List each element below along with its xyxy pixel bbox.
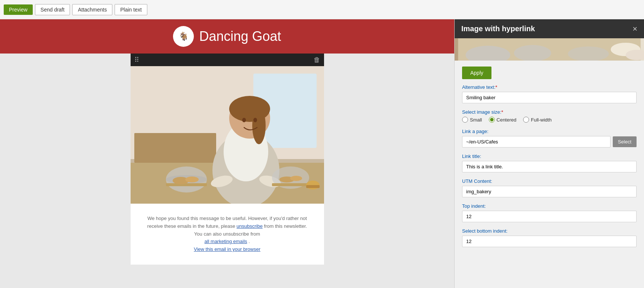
top-indent-input[interactable]	[462, 211, 637, 222]
alt-text-label: Alternative text:*	[462, 84, 637, 90]
utm-content-group: UTM Content:	[462, 178, 637, 197]
goat-icon: 🐐	[177, 30, 190, 43]
svg-point-13	[253, 118, 257, 122]
svg-point-24	[290, 176, 302, 181]
email-image	[131, 66, 324, 204]
radio-small-input[interactable]	[462, 117, 468, 123]
plain-text-button[interactable]: Plain text	[115, 4, 147, 15]
main-toolbar: Preview Send draft Attachments Plain tex…	[0, 0, 644, 19]
image-size-group: Select image size:* Small Centered	[462, 109, 637, 123]
panel-title: Image with hyperlink	[461, 25, 535, 33]
panel-preview-image	[455, 38, 644, 61]
panel-content: Apply Alternative text:* Select image si…	[455, 61, 644, 259]
panel-preview-svg	[455, 38, 644, 61]
email-footer: We hope you found this message to be use…	[131, 204, 324, 265]
image-block-toolbar: ⠿ 🗑	[131, 54, 324, 66]
footer-text: We hope you found this message to be use…	[145, 215, 309, 246]
email-preview-panel: 🐐 Dancing Goat ⠿ 🗑	[0, 19, 454, 288]
link-page-input[interactable]	[462, 136, 611, 148]
preview-button[interactable]: Preview	[4, 4, 33, 15]
top-indent-label: Top indent:	[462, 203, 637, 209]
attachments-button[interactable]: Attachments	[72, 4, 112, 15]
utm-content-label: UTM Content:	[462, 178, 637, 184]
link-page-label: Link a page:	[462, 129, 637, 134]
radio-centered[interactable]: Centered	[489, 117, 516, 123]
brand-logo: 🐐	[173, 26, 194, 47]
radio-full-width[interactable]: Full-width	[523, 117, 552, 123]
svg-rect-6	[134, 133, 216, 163]
image-size-radio-group: Small Centered Full-width	[462, 117, 637, 123]
delete-block-icon[interactable]: 🗑	[314, 56, 320, 64]
svg-text:🐐: 🐐	[179, 31, 189, 41]
alt-text-group: Alternative text:*	[462, 84, 637, 103]
image-size-required: *	[502, 109, 503, 115]
link-page-row: Select	[462, 136, 637, 148]
panel-body: Apply Alternative text:* Select image si…	[455, 38, 644, 288]
alt-text-required: *	[496, 84, 497, 90]
svg-rect-26	[306, 185, 320, 188]
bottom-indent-label: Select bottom indent:	[462, 228, 637, 234]
brand-name: Dancing Goat	[199, 29, 281, 44]
bottom-indent-group: Select bottom indent:	[462, 228, 637, 247]
image-block-wrapper: ⠿ 🗑	[131, 54, 324, 204]
send-draft-button[interactable]: Send draft	[35, 4, 70, 15]
radio-small[interactable]: Small	[462, 117, 482, 123]
svg-rect-18	[166, 183, 207, 186]
alt-text-input[interactable]	[462, 92, 637, 103]
main-area: 🐐 Dancing Goat ⠿ 🗑	[0, 19, 644, 288]
svg-point-12	[242, 118, 246, 122]
radio-full-width-input[interactable]	[523, 117, 529, 123]
view-in-browser-link[interactable]: View this email in your browser	[194, 246, 260, 252]
svg-point-11	[252, 107, 266, 144]
drag-handle-icon[interactable]: ⠿	[134, 56, 139, 64]
top-indent-group: Top indent:	[462, 203, 637, 222]
link-page-group: Link a page: Select	[462, 129, 637, 148]
select-page-button[interactable]: Select	[613, 136, 637, 147]
link-title-label: Link title:	[462, 153, 637, 159]
bottom-indent-input[interactable]	[462, 236, 637, 247]
apply-button[interactable]: Apply	[462, 67, 491, 79]
radio-centered-input[interactable]	[489, 117, 495, 123]
close-panel-button[interactable]: ×	[632, 25, 637, 33]
all-marketing-emails-link[interactable]: all marketing emails	[204, 239, 247, 244]
email-header: 🐐 Dancing Goat	[0, 19, 454, 54]
panel-header: Image with hyperlink ×	[455, 19, 644, 38]
baker-image-svg	[131, 66, 324, 204]
image-size-label: Select image size:*	[462, 109, 637, 115]
svg-point-30	[514, 45, 551, 61]
utm-content-input[interactable]	[462, 186, 637, 197]
link-title-input[interactable]	[462, 161, 637, 172]
link-title-group: Link title:	[462, 153, 637, 172]
unsubscribe-link[interactable]: unsubscribe	[237, 223, 263, 229]
right-panel: Image with hyperlink ×	[454, 19, 644, 288]
svg-rect-22	[272, 183, 309, 186]
svg-point-20	[185, 177, 199, 182]
